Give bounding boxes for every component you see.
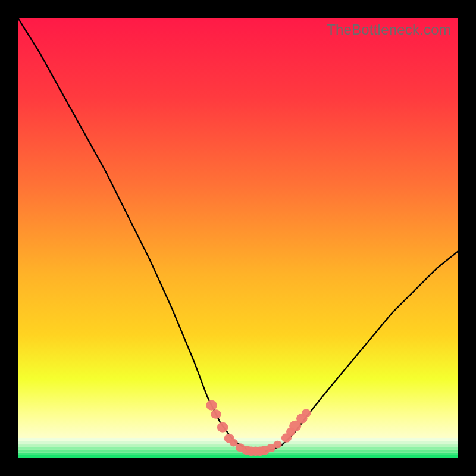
svg-point-8	[206, 400, 217, 411]
svg-point-20	[274, 441, 282, 449]
bottleneck-chart	[18, 18, 458, 458]
svg-point-9	[211, 409, 221, 418]
svg-point-25	[302, 409, 311, 417]
chart-frame: TheBottleneck.com	[0, 0, 476, 476]
plot-area: TheBottleneck.com	[18, 18, 458, 458]
svg-rect-1	[18, 455, 458, 458]
svg-rect-2	[18, 452, 458, 455]
svg-rect-7	[18, 438, 458, 441]
svg-point-10	[217, 422, 228, 433]
svg-rect-0	[18, 18, 458, 458]
watermark-text: TheBottleneck.com	[327, 21, 451, 38]
